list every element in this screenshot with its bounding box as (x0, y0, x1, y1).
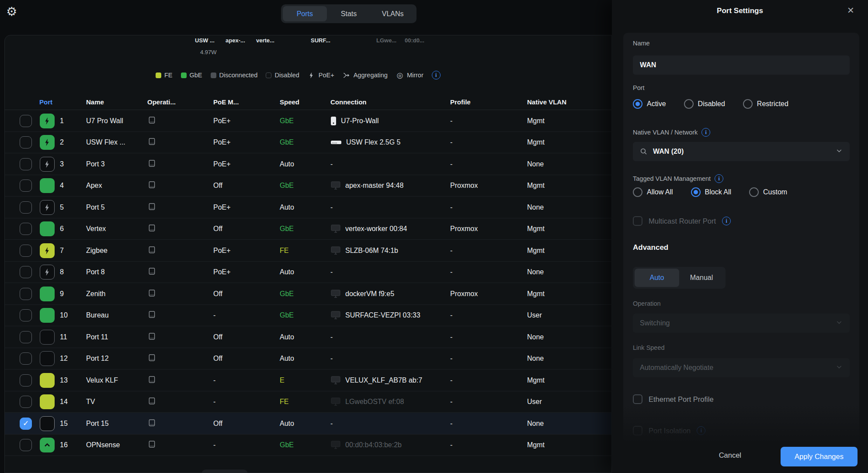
close-icon[interactable]: × (847, 3, 854, 17)
native-vlan-info-icon[interactable]: i (701, 128, 710, 137)
row-checkbox[interactable] (20, 396, 32, 408)
port-speed: FE (280, 247, 288, 255)
port-speed: E (280, 376, 285, 384)
table-row[interactable]: 7ZigbeePoE+FESLZB-06M 74:1b-Mgmt (5, 240, 611, 262)
mode-auto[interactable]: Auto (635, 269, 679, 287)
tab-stats[interactable]: Stats (327, 6, 371, 21)
radio-custom[interactable]: Custom (749, 187, 787, 197)
row-checkbox[interactable] (20, 374, 32, 387)
multicast-info-icon[interactable]: i (722, 217, 731, 225)
table-row[interactable]: 16OPNsense-GbE00:d0:b4:03:be:2b-Mgmt (5, 435, 611, 456)
port-status-icon (40, 394, 55, 409)
table-row[interactable]: 10Bureau-GbESURFACE-VEZPI 03:33-User (5, 305, 611, 327)
tagged-vlan-info-icon[interactable]: i (715, 174, 723, 183)
view-tabbar: Ports Stats VLANs (281, 4, 417, 23)
switch-device-icon (147, 115, 156, 126)
legend-label: PoE+ (319, 72, 334, 79)
table-row[interactable]: 11Port 11OffAuto--None (5, 326, 611, 348)
port-status-icon (40, 221, 55, 236)
table-row[interactable]: 1U7 Pro WallPoE+GbEU7-Pro-Wall-Mgmt (5, 110, 611, 132)
name-input[interactable] (633, 55, 850, 75)
table-row[interactable]: ✓15Port 15OffAuto--None (5, 413, 611, 435)
radio-block-all[interactable]: Block All (691, 187, 731, 197)
port-isolation-info-icon[interactable]: i (697, 426, 705, 435)
poe-mode: PoE+ (213, 160, 231, 168)
port-name: Port 5 (86, 204, 105, 211)
checkbox-box (633, 216, 642, 226)
cancel-button[interactable]: Cancel (719, 451, 741, 459)
port-name: Apex (86, 182, 102, 190)
radio-disabled[interactable]: Disabled (684, 99, 725, 109)
radio-allow-all[interactable]: Allow All (633, 187, 673, 197)
port-status-icon (40, 200, 55, 215)
operation-dropdown[interactable]: Switching (633, 314, 850, 333)
port-status-icon (40, 265, 55, 280)
radio-active[interactable]: Active (633, 99, 666, 109)
table-row[interactable]: 12Port 12OffAuto--None (5, 348, 611, 370)
port-isolation-checkbox[interactable]: Port Isolation i (633, 426, 705, 435)
settings-gear-icon[interactable]: ⚙ (6, 4, 17, 19)
switch-device-icon (330, 140, 342, 145)
table-row[interactable]: 6VertexOffGbEvertex-worker 00:84ProxmoxM… (5, 218, 611, 240)
native-vlan: None (527, 204, 544, 211)
row-checkbox[interactable] (20, 180, 32, 192)
radio-restricted[interactable]: Restricted (743, 99, 788, 109)
column-connection[interactable]: Connection (330, 98, 367, 106)
port-number: 7 (60, 247, 64, 255)
column-profile[interactable]: Profile (450, 98, 471, 106)
port-speed: Auto (280, 268, 294, 276)
pagination-button[interactable] (201, 470, 248, 473)
row-checkbox[interactable] (20, 352, 32, 365)
disabled-swatch (266, 73, 271, 78)
table-row[interactable]: 4ApexOffGbEapex-master 94:48ProxmoxMgmt (5, 175, 611, 197)
column-native-vlan[interactable]: Native VLAN (527, 98, 566, 106)
row-checkbox[interactable] (20, 223, 32, 235)
port-number: 16 (60, 441, 68, 449)
port-status-icon (40, 287, 55, 301)
table-row[interactable]: 2USW Flex ...PoE+GbEUSW Flex 2.5G 5-Mgmt (5, 132, 611, 154)
row-checkbox[interactable] (20, 266, 32, 278)
row-checkbox[interactable]: ✓ (20, 418, 32, 430)
legend-label: Disconnected (219, 72, 258, 79)
poe-mode: Off (213, 290, 222, 298)
table-row[interactable]: 3Port 3PoE+Auto--None (5, 153, 611, 175)
column-poe-mode[interactable]: PoE M... (213, 98, 239, 106)
multicast-router-checkbox[interactable]: Multicast Router Port i (633, 216, 731, 226)
table-row[interactable]: 8Port 8PoE+Auto--None (5, 262, 611, 283)
row-checkbox[interactable] (20, 136, 32, 148)
column-speed[interactable]: Speed (280, 98, 299, 106)
row-checkbox[interactable] (20, 158, 32, 170)
table-row[interactable]: 14TV-FELGwebOSTV ef:08-User (5, 391, 611, 413)
ethernet-port-profile-checkbox[interactable]: Ethernet Port Profile (633, 394, 714, 404)
row-checkbox[interactable] (20, 309, 32, 321)
legend-info-icon[interactable]: i (432, 71, 441, 79)
column-port[interactable]: Port (39, 98, 52, 106)
port-profile: - (450, 333, 452, 341)
row-checkbox[interactable] (20, 288, 32, 300)
table-row[interactable]: 5Port 5PoE+Auto--None (5, 197, 611, 218)
tab-ports[interactable]: Ports (283, 6, 327, 21)
row-checkbox[interactable] (20, 331, 32, 343)
row-checkbox[interactable] (20, 115, 32, 127)
port-number: 3 (60, 160, 64, 168)
switch-device-icon (147, 180, 156, 191)
link-speed-dropdown[interactable]: Automatically Negotiate (633, 358, 850, 377)
native-vlan-dropdown[interactable]: WAN (20) (633, 142, 850, 161)
row-checkbox[interactable] (20, 439, 32, 451)
column-name[interactable]: Name (86, 98, 104, 106)
port-name: Port 12 (86, 355, 109, 363)
port-profile: Proxmox (450, 290, 478, 298)
port-profile: - (450, 311, 452, 319)
tab-vlans[interactable]: VLANs (371, 6, 415, 21)
row-checkbox[interactable] (20, 245, 32, 257)
table-row[interactable]: 9ZenithOffGbEdockerVM f9:e5ProxmoxMgmt (5, 283, 611, 305)
column-operation[interactable]: Operati... (147, 98, 176, 106)
pc-device-icon (330, 289, 341, 299)
apply-changes-button[interactable]: Apply Changes (781, 447, 858, 466)
row-checkbox[interactable] (20, 201, 32, 214)
checkbox-label: Port Isolation (649, 427, 691, 435)
mode-manual[interactable]: Manual (679, 269, 724, 287)
operation-value: Switching (640, 319, 670, 327)
link-speed-value: Automatically Negotiate (640, 364, 713, 372)
table-row[interactable]: 13Velux KLF-EVELUX_KLF_AB7B ab:7-Mgmt (5, 369, 611, 391)
